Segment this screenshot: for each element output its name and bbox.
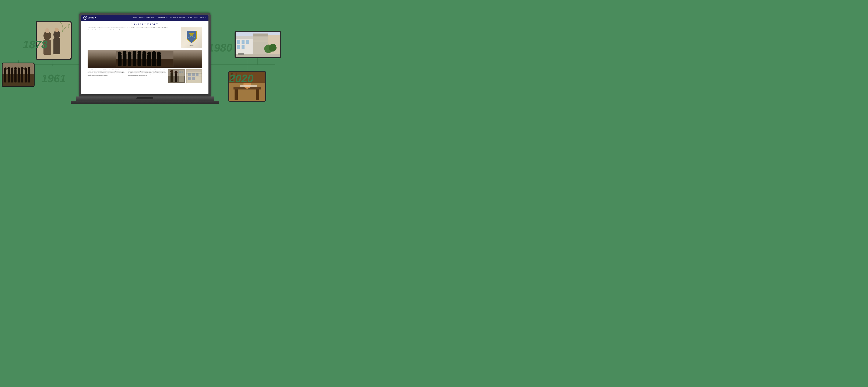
paragraph3: Giuseppe LaNasa, also known as Joseph M … — [88, 69, 126, 76]
nav-links: HOME ABOUT ▾ COMMERCIAL ▾ RESIDENTIAL ▾ … — [133, 17, 206, 19]
logo-icon: LR — [85, 17, 86, 19]
svg-rect-77 — [170, 72, 173, 82]
connector-2020 — [247, 60, 247, 71]
svg-point-80 — [175, 71, 178, 74]
connector-1980 — [257, 58, 258, 65]
svg-rect-69 — [147, 55, 151, 66]
group-photo-section — [88, 50, 202, 68]
logo-circle: LR — [83, 16, 87, 20]
svg-point-78 — [170, 70, 173, 73]
laptop-foot — [71, 101, 219, 104]
paragraph4: Rather than staying in the French Quarte… — [128, 69, 166, 76]
svg-rect-16 — [14, 69, 17, 83]
dot-1878 — [52, 64, 54, 66]
historical-photo-1 — [168, 69, 185, 83]
logo-sub-text: REALTY INC. — [88, 18, 96, 19]
bottom-section: Giuseppe LaNasa, also known as Joseph M … — [88, 69, 202, 83]
svg-rect-45 — [235, 90, 238, 100]
historical-photo-2 — [186, 69, 202, 83]
photo-group-tablet — [2, 63, 35, 87]
svg-point-19 — [18, 67, 20, 70]
year-1961: 1961 — [41, 72, 66, 85]
laptop-base — [76, 96, 214, 101]
svg-rect-49 — [240, 85, 257, 87]
laptop: LR LaNASA REALTY INC. HOME ABOUT ▾ COMME… — [79, 13, 211, 104]
svg-rect-14 — [11, 70, 13, 83]
svg-point-62 — [128, 52, 131, 56]
intro-text: Jennifer LaNasa-Evans comes from a long … — [88, 27, 178, 49]
group-men-svg — [89, 51, 200, 67]
logo-main-text: LaNASA — [88, 17, 96, 18]
svg-point-68 — [142, 51, 146, 55]
svg-point-54 — [190, 33, 193, 36]
svg-rect-65 — [137, 54, 141, 66]
nav-guide[interactable]: GUIDE & TOOLS — [188, 17, 198, 19]
svg-rect-35 — [253, 33, 268, 36]
group-photo — [3, 63, 34, 86]
website: LR LaNASA REALTY INC. HOME ABOUT ▾ COMME… — [81, 15, 209, 94]
svg-point-21 — [21, 67, 24, 70]
bottom-text-right: Rather than staying in the French Quarte… — [128, 69, 166, 83]
svg-rect-41 — [238, 53, 244, 55]
svg-point-58 — [118, 52, 122, 56]
svg-point-70 — [147, 52, 151, 56]
year-1980: 1980 — [208, 41, 232, 54]
svg-point-17 — [14, 67, 17, 70]
svg-rect-32 — [237, 45, 240, 49]
svg-rect-33 — [242, 45, 245, 49]
svg-point-25 — [28, 67, 30, 70]
svg-rect-63 — [132, 54, 136, 66]
shield-svg — [186, 30, 197, 44]
svg-rect-28 — [236, 36, 253, 39]
paragraph1: Jennifer LaNasa-Evans comes from a long … — [88, 27, 178, 28]
nav-home[interactable]: HOME — [133, 17, 137, 19]
svg-rect-83 — [182, 71, 183, 73]
svg-rect-71 — [152, 54, 156, 66]
svg-rect-79 — [175, 73, 177, 82]
svg-rect-29 — [237, 40, 240, 44]
logo-text-block: LaNASA REALTY INC. — [88, 17, 96, 19]
site-page-title: LANASA HISTORY — [88, 23, 202, 26]
site-main-content: LANASA HISTORY Jennifer LaNasa-Evans com… — [81, 21, 209, 94]
coat-of-arms: La Nasa — [181, 27, 202, 49]
nav-about[interactable]: ABOUT ▾ — [139, 17, 145, 19]
svg-rect-10 — [4, 70, 6, 83]
year-1878: 1878 — [23, 38, 48, 51]
svg-point-60 — [123, 51, 126, 55]
svg-point-13 — [7, 67, 10, 70]
svg-rect-57 — [118, 55, 122, 66]
svg-rect-59 — [123, 54, 126, 66]
site-logo: LR LaNASA REALTY INC. — [83, 16, 96, 20]
svg-rect-73 — [157, 55, 161, 66]
svg-rect-30 — [242, 40, 245, 44]
svg-rect-82 — [179, 71, 181, 73]
svg-rect-18 — [18, 70, 20, 83]
site-nav: LR LaNASA REALTY INC. HOME ABOUT ▾ COMME… — [81, 15, 209, 21]
svg-rect-67 — [142, 54, 146, 66]
nav-residential[interactable]: RESIDENTIAL ▾ — [158, 17, 168, 19]
svg-point-74 — [157, 52, 161, 56]
svg-point-72 — [152, 51, 156, 55]
coat-label: La Nasa — [190, 44, 194, 46]
svg-point-64 — [132, 51, 136, 55]
paragraph2: LaNasa family coat of arms, which featur… — [88, 29, 178, 31]
svg-rect-12 — [8, 69, 10, 83]
year-2020: 2020 — [229, 72, 254, 85]
svg-rect-46 — [256, 90, 259, 100]
laptop-bezel: LR LaNASA REALTY INC. HOME ABOUT ▾ COMME… — [81, 15, 209, 94]
svg-rect-22 — [25, 70, 27, 83]
content-intro: Jennifer LaNasa-Evans comes from a long … — [88, 27, 202, 49]
nav-rentals[interactable]: RESIDENTIAL RENTALS ▾ — [170, 17, 186, 19]
svg-point-23 — [24, 67, 27, 70]
svg-rect-36 — [253, 41, 268, 41]
bottom-photos — [168, 69, 202, 83]
photo-buildings-tablet — [235, 31, 281, 58]
nav-commercial[interactable]: COMMERCIAL ▾ — [146, 17, 156, 19]
buildings-photo — [236, 32, 280, 57]
laptop-screen: LR LaNASA REALTY INC. HOME ABOUT ▾ COMME… — [79, 13, 211, 96]
bottom-text-left: Giuseppe LaNasa, also known as Joseph M … — [88, 69, 126, 83]
svg-rect-61 — [128, 55, 131, 66]
svg-rect-92 — [186, 69, 202, 83]
nav-contact[interactable]: CONTACT — [200, 17, 206, 19]
svg-point-15 — [11, 67, 13, 70]
